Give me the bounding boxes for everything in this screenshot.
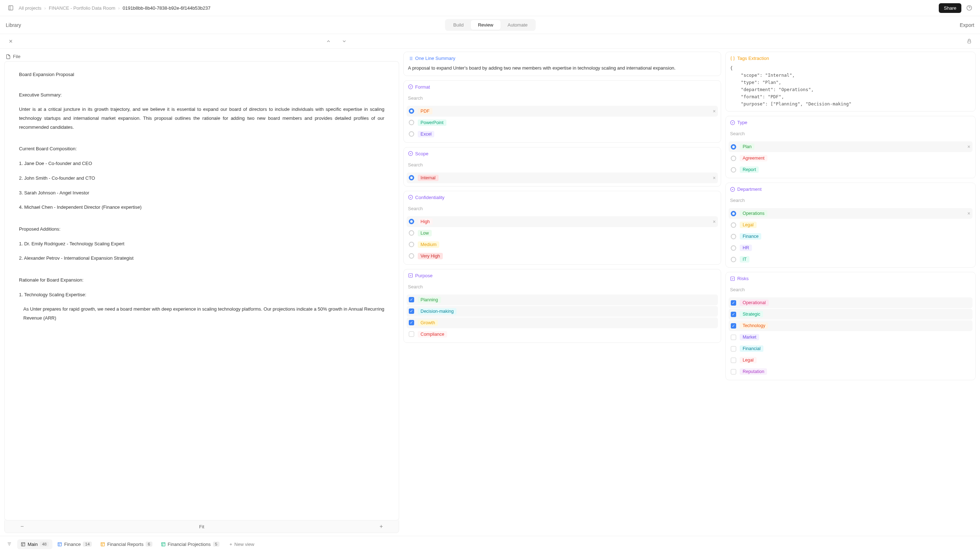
option-row[interactable]: Decision-making [407,306,718,317]
breadcrumb-project[interactable]: FINANCE - Portfolio Data Room [49,5,116,11]
department-search[interactable] [730,196,971,205]
radio-input[interactable] [731,156,736,161]
risks-search[interactable] [730,285,971,294]
option-row[interactable]: PowerPoint [407,117,718,128]
clear-icon[interactable]: × [967,144,970,150]
zoom-fit-label[interactable]: Fit [199,524,204,530]
checkbox-input[interactable] [409,331,414,337]
radio-input[interactable] [731,223,736,228]
next-button[interactable] [339,36,349,46]
clear-icon[interactable]: × [713,175,716,181]
checkbox-input[interactable] [731,300,736,305]
purpose-search[interactable] [408,282,716,292]
checkbox-input[interactable] [731,369,736,374]
zoom-in-button[interactable]: + [372,523,390,530]
option-row[interactable]: Operations× [729,208,972,219]
radio-input[interactable] [731,144,736,150]
option-row[interactable]: IT [729,254,972,265]
radio-input[interactable] [409,120,414,125]
option-row[interactable]: Agreement [729,153,972,164]
radio-input[interactable] [731,167,736,172]
option-tag: Report [740,166,759,173]
sidebar-toggle[interactable] [6,3,16,13]
checkbox-input[interactable] [731,358,736,363]
type-search[interactable] [730,129,971,138]
option-row[interactable]: Financial [729,343,972,354]
tab-review[interactable]: Review [471,20,501,30]
option-row[interactable]: PDF× [407,106,718,116]
help-button[interactable] [964,3,974,13]
confidentiality-header-label: Confidentiality [415,195,445,200]
breadcrumb-root[interactable]: All projects [19,5,41,11]
radio-input[interactable] [409,131,414,137]
radio-input[interactable] [409,108,414,114]
option-row[interactable]: Low [407,228,718,239]
option-row[interactable]: HR [729,242,972,253]
option-row[interactable]: Legal [729,355,972,366]
tab-automate[interactable]: Automate [501,20,535,30]
option-row[interactable]: Operational [729,297,972,308]
view-tab[interactable]: Financial Projections5 [158,539,223,549]
share-button[interactable]: Share [939,3,961,13]
radio-input[interactable] [731,234,736,239]
filter-button[interactable] [4,539,14,549]
option-tag: Operations [740,210,767,216]
view-tab[interactable]: Main48 [17,539,52,549]
option-row[interactable]: Internal× [407,172,718,183]
option-row[interactable]: Plan× [729,141,972,152]
file-viewer[interactable]: Board Expansion Proposal Executive Summa… [4,61,399,520]
clear-icon[interactable]: × [713,219,716,224]
option-row[interactable]: Compliance [407,329,718,340]
radio-input[interactable] [731,211,736,216]
confidentiality-search[interactable] [408,204,716,213]
option-row[interactable]: Very High [407,251,718,261]
option-row[interactable]: Strategic [729,309,972,320]
checkbox-input[interactable] [731,335,736,340]
scope-search[interactable] [408,160,716,170]
option-row[interactable]: Finance [729,231,972,242]
option-row[interactable]: Report [729,164,972,175]
clear-icon[interactable]: × [967,210,970,216]
new-view-button[interactable]: + New view [226,539,258,549]
radio-input[interactable] [409,242,414,247]
checkbox-input[interactable] [731,323,736,329]
lock-button[interactable] [964,36,974,46]
checkbox-input[interactable] [409,309,414,314]
purpose-header-label: Purpose [415,273,433,278]
checkbox-input[interactable] [731,346,736,352]
radio-input[interactable] [731,257,736,262]
view-tab[interactable]: Financial Reports6 [97,539,156,549]
option-row[interactable]: Planning [407,294,718,305]
option-row[interactable]: Technology [729,320,972,331]
prev-button[interactable] [323,36,334,46]
checkbox-input[interactable] [409,320,414,325]
zoom-out-button[interactable]: − [13,523,31,530]
option-tag: Legal [740,357,757,363]
option-row[interactable]: Reputation [729,366,972,377]
risks-card: Risks OperationalStrategicTechnologyMark… [725,272,976,380]
checkbox-input[interactable] [731,312,736,317]
export-button[interactable]: Export [960,22,974,28]
option-row[interactable]: Legal [729,220,972,230]
view-tab[interactable]: Finance14 [54,539,95,549]
chevron-down-icon [342,39,347,44]
option-tag: Agreement [740,155,767,161]
option-row[interactable]: High× [407,216,718,227]
option-row[interactable]: Growth [407,317,718,328]
option-row[interactable]: Medium [407,239,718,250]
clear-icon[interactable]: × [713,108,716,114]
option-row[interactable]: Market [729,332,972,342]
tab-build[interactable]: Build [446,20,471,30]
radio-input[interactable] [409,219,414,224]
radio-input[interactable] [409,230,414,235]
library-button[interactable]: Library [6,22,21,28]
radio-input[interactable] [731,245,736,251]
close-button[interactable] [6,36,16,46]
checkbox-input[interactable] [409,297,414,302]
risks-header-label: Risks [737,276,749,281]
radio-input[interactable] [409,253,414,259]
view-tab-count: 48 [40,542,49,547]
radio-input[interactable] [409,175,414,180]
format-search[interactable] [408,93,716,103]
option-row[interactable]: Excel [407,129,718,140]
